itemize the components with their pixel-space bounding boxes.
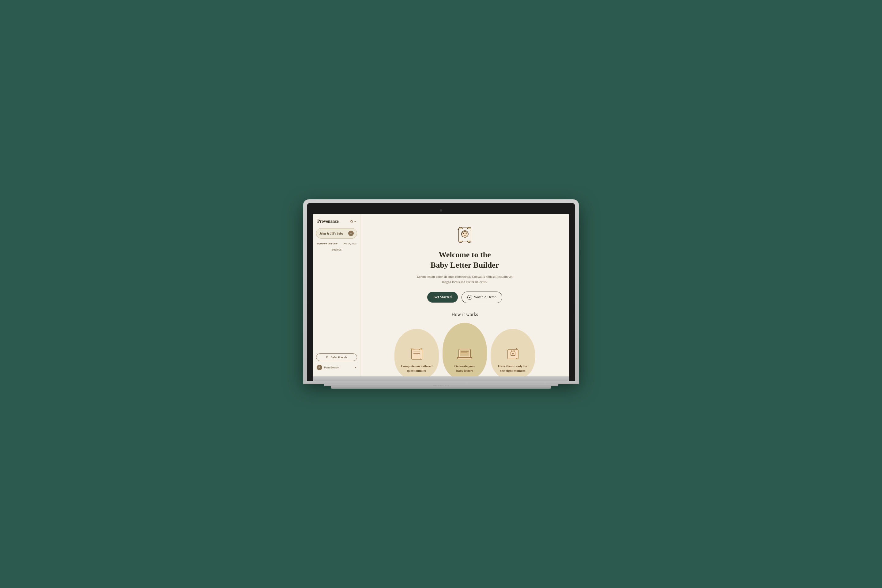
svg-point-2: [465, 233, 466, 234]
macbook-base-top: [303, 381, 579, 384]
lock-icon: ✦ ✦ ✦: [506, 345, 520, 362]
svg-rect-13: [460, 350, 470, 357]
baby-selector-text: John & Jill's baby: [320, 232, 343, 235]
svg-text:✦: ✦: [506, 349, 508, 351]
card-generate-text: Generate yourbaby letters: [454, 364, 475, 374]
svg-text:✦: ✦: [515, 348, 517, 350]
sidebar-chevron-icon: ▾: [354, 220, 356, 223]
user-name: Pam Beasly: [324, 366, 355, 369]
svg-text:✦: ✦: [421, 348, 423, 350]
macbook-screen-bezel: Provenance ✿ ▾ John & Jill's baby ▾ Expe…: [307, 203, 575, 381]
flower-icon: ✿: [350, 219, 353, 224]
how-it-works-title: How it works: [452, 312, 478, 317]
macbook-wrapper: Provenance ✿ ▾ John & Jill's baby ▾ Expe…: [303, 200, 579, 388]
refer-friends-button[interactable]: 🗓 Refer Friends: [316, 353, 357, 361]
svg-point-1: [463, 233, 464, 234]
hero-title: Welcome to the Baby Letter Builder: [430, 250, 499, 270]
macbook-screen-outer: Provenance ✿ ▾ John & Jill's baby ▾ Expe…: [303, 200, 579, 381]
hero-subtitle: Lorem ipsum dolor sit amet consectetur. …: [413, 274, 517, 285]
svg-text:✦: ✦: [516, 358, 517, 359]
baby-selector-chevron-icon: ▾: [348, 231, 354, 236]
cards-row: ✦ ✦ ✦ Complete our tailoredquestionnaire: [394, 323, 535, 376]
baby-selector[interactable]: John & Jill's baby ▾: [316, 228, 357, 238]
watch-demo-button[interactable]: ▶ Watch A Demo: [462, 291, 502, 303]
svg-text:✦: ✦: [457, 228, 459, 231]
hero-scroll-icon: ✦ ✦ ✦: [454, 223, 476, 245]
svg-text:✦: ✦: [410, 348, 412, 350]
user-avatar: P: [316, 365, 322, 370]
user-chevron-icon: ▾: [355, 366, 357, 369]
macbook-screen-bottom: [313, 376, 569, 381]
sidebar-header: Provenance ✿ ▾: [316, 219, 357, 224]
watch-demo-label: Watch A Demo: [474, 295, 496, 300]
due-date-row: Expected Due Date Dec 14, 2023: [316, 241, 357, 246]
svg-text:✦: ✦: [469, 240, 470, 242]
get-started-button[interactable]: Get Started: [427, 292, 458, 303]
questionnaire-icon: ✦ ✦ ✦: [409, 346, 424, 362]
card-generate: Generate yourbaby letters: [442, 323, 487, 376]
sidebar-header-icons: ✿ ▾: [350, 219, 356, 224]
sidebar-title: Provenance: [317, 219, 339, 224]
due-date-label: Expected Due Date: [316, 242, 338, 245]
macbook-camera-area: [313, 209, 569, 214]
sidebar: Provenance ✿ ▾ John & Jill's baby ▾ Expe…: [313, 214, 360, 376]
refer-friends-text: Refer Friends: [330, 356, 347, 359]
svg-rect-17: [457, 357, 472, 359]
macbook-camera: [440, 209, 442, 212]
due-date-value: Dec 14, 2023: [343, 242, 357, 245]
user-row: P Pam Beasly ▾: [316, 363, 357, 372]
card-questionnaire: ✦ ✦ ✦ Complete our tailoredquestionnaire: [394, 329, 439, 376]
macbook-foot: [331, 386, 551, 388]
laptop-icon: [456, 348, 473, 362]
user-initial: P: [318, 366, 320, 369]
button-row: Get Started ▶ Watch A Demo: [427, 291, 502, 303]
card-ready-text: Have them ready forthe right moment: [498, 364, 528, 374]
svg-text:✦: ✦: [470, 230, 472, 231]
calendar-icon: 🗓: [326, 356, 329, 359]
screen: Provenance ✿ ▾ John & Jill's baby ▾ Expe…: [313, 214, 569, 376]
main-content: ✦ ✦ ✦ Welcome to the Baby Letter Builder…: [360, 214, 569, 376]
svg-text:✦: ✦: [420, 358, 421, 360]
card-ready: ✦ ✦ ✦ Have them ready forthe right momen…: [490, 329, 535, 376]
card-questionnaire-text: Complete our tailoredquestionnaire: [401, 364, 432, 374]
sidebar-spacer: [316, 252, 357, 353]
svg-rect-20: [513, 353, 513, 355]
play-icon: ▶: [467, 295, 472, 300]
settings-link[interactable]: Settings: [316, 247, 357, 252]
